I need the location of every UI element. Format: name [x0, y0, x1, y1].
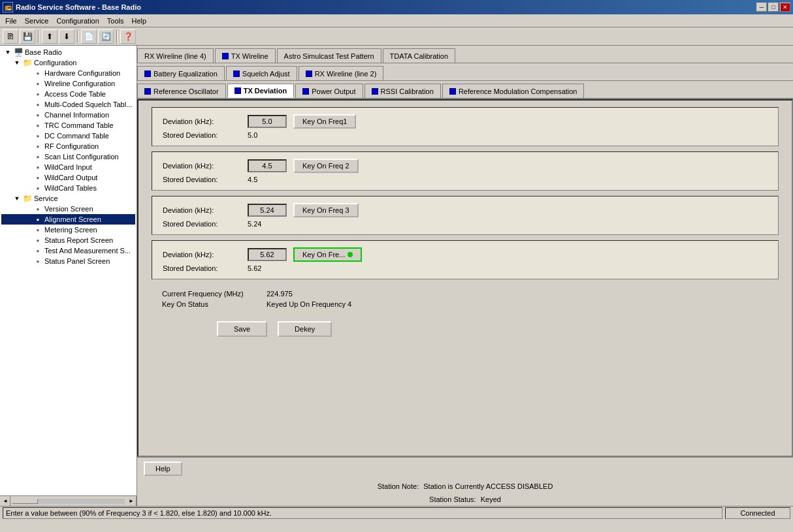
- deviation-row-3: Deviation (kHz): Key On Freq 3: [163, 203, 768, 217]
- toolbar-up[interactable]: ⬆: [42, 29, 57, 44]
- sidebar-item-wildcard-input[interactable]: ● WildCard Input: [1, 162, 135, 172]
- help-button[interactable]: Help: [144, 462, 182, 476]
- close-button[interactable]: ✕: [780, 3, 790, 12]
- key-on-freq1-button[interactable]: Key On Freq1: [293, 114, 356, 129]
- maximize-button[interactable]: □: [768, 3, 779, 12]
- sidebar-label: DC Command Table: [44, 132, 109, 140]
- toolbar-down[interactable]: ⬇: [59, 29, 74, 44]
- tab-tdata-calibration[interactable]: TDATA Calibration: [383, 48, 455, 63]
- tab-label: RX Wireline (line 2): [315, 70, 377, 78]
- help-area: Help: [137, 457, 793, 480]
- sidebar-item-test-measurement[interactable]: ● Test And Measurement S...: [1, 245, 135, 256]
- toolbar-refresh[interactable]: 🔄: [98, 29, 114, 44]
- menu-configuration[interactable]: Configuration: [52, 16, 103, 26]
- expand-icon: ▼: [12, 193, 22, 204]
- minimize-button[interactable]: ─: [756, 3, 767, 12]
- tab-rx-wireline-4[interactable]: RX Wireline (line 4): [137, 48, 214, 63]
- sidebar-label: WildCard Tables: [44, 184, 97, 192]
- toolbar-save[interactable]: 💾: [20, 29, 35, 44]
- sidebar-item-configuration[interactable]: ▼ 📁 Configuration: [1, 57, 135, 68]
- spacer: [22, 78, 33, 89]
- deviation-block-freq2: Deviation (kHz): Key On Freq 2 Stored De…: [152, 151, 779, 191]
- sidebar-item-dc-command[interactable]: ● DC Command Table: [1, 131, 135, 141]
- sidebar-label: Configuration: [34, 59, 76, 67]
- tab-battery-equalization[interactable]: Battery Equalization: [137, 66, 225, 80]
- deviation-input-4[interactable]: [248, 248, 287, 261]
- sidebar-item-base-radio[interactable]: ▼ 🖥️ Base Radio: [1, 47, 135, 57]
- toolbar-help[interactable]: ❓: [120, 29, 136, 44]
- tab-label: TX Deviation: [244, 87, 287, 95]
- scroll-right-arrow[interactable]: ►: [126, 496, 137, 507]
- stored-label-3: Stored Deviation:: [163, 220, 248, 228]
- menu-file[interactable]: File: [1, 16, 21, 26]
- deviation-input-1[interactable]: [248, 115, 287, 128]
- deviation-label-2: Deviation (kHz):: [163, 162, 248, 170]
- leaf-icon: ●: [33, 256, 43, 266]
- menu-help[interactable]: Help: [128, 16, 151, 26]
- sidebar-item-scan-list[interactable]: ● Scan List Configuration: [1, 151, 135, 162]
- dekey-button[interactable]: Dekey: [278, 321, 332, 337]
- tab-rx-wireline-2[interactable]: RX Wireline (line 2): [299, 66, 384, 80]
- spacer: [22, 68, 33, 78]
- sidebar-item-status-panel[interactable]: ● Status Panel Screen: [1, 256, 135, 266]
- stored-row-4: Stored Deviation: 5.62: [163, 264, 768, 272]
- tab-indicator: [233, 70, 240, 77]
- tab-indicator: [222, 53, 229, 59]
- leaf-icon: ●: [33, 204, 43, 214]
- scroll-left-arrow[interactable]: ◄: [0, 496, 10, 507]
- sidebar-item-trc-command[interactable]: ● TRC Command Table: [1, 120, 135, 131]
- leaf-icon: ●: [33, 120, 43, 131]
- menu-tools[interactable]: Tools: [103, 16, 128, 26]
- sidebar-item-access-code[interactable]: ● Access Code Table: [1, 89, 135, 99]
- tab-indicator: [306, 70, 312, 77]
- tab-tx-wireline[interactable]: TX Wireline: [215, 48, 276, 63]
- deviation-input-2[interactable]: [248, 159, 287, 172]
- sidebar-item-status-report[interactable]: ● Status Report Screen: [1, 235, 135, 245]
- tab-label: RSSI Calibration: [381, 87, 434, 95]
- save-button[interactable]: Save: [217, 321, 267, 337]
- key-on-freq2-button[interactable]: Key On Freq 2: [293, 159, 359, 173]
- sidebar-item-wireline-config[interactable]: ● Wireline Configuration: [1, 78, 135, 89]
- title-bar-buttons: ─ □ ✕: [756, 3, 790, 12]
- key-status-label: Key On Status: [162, 300, 267, 308]
- scroll-thumb[interactable]: [12, 499, 38, 504]
- key-on-freq3-button[interactable]: Key On Freq 3: [293, 203, 359, 217]
- station-note-value: Station is Currently ACCESS DISABLED: [423, 482, 553, 490]
- sidebar-item-channel-info[interactable]: ● Channel Information: [1, 110, 135, 120]
- sidebar: ▼ 🖥️ Base Radio ▼ 📁 Configuration ● Hard…: [0, 46, 137, 506]
- leaf-icon: ●: [33, 214, 43, 225]
- tab-tx-deviation[interactable]: TX Deviation: [227, 84, 295, 98]
- tab-reference-oscillator[interactable]: Reference Oscillator: [137, 84, 226, 98]
- scroll-track[interactable]: [12, 499, 125, 504]
- tab-label: Battery Equalization: [154, 70, 218, 78]
- sidebar-item-service[interactable]: ▼ 📁 Service: [1, 193, 135, 204]
- sidebar-item-multi-coded[interactable]: ● Multi-Coded Squelch Tabl...: [1, 99, 135, 110]
- sidebar-item-rf-config[interactable]: ● RF Configuration: [1, 141, 135, 151]
- stored-row-3: Stored Deviation: 5.24: [163, 220, 768, 228]
- sidebar-item-metering-screen[interactable]: ● Metering Screen: [1, 225, 135, 235]
- sidebar-label: RF Configuration: [44, 142, 99, 150]
- tab-power-output[interactable]: Power Output: [295, 84, 363, 98]
- menu-service[interactable]: Service: [21, 16, 53, 26]
- leaf-icon: ●: [33, 141, 43, 151]
- current-freq-value: 224.975: [267, 290, 293, 298]
- tab-reference-modulation[interactable]: Reference Modulation Compensation: [442, 84, 585, 98]
- tab-rssi-calibration[interactable]: RSSI Calibration: [364, 84, 441, 98]
- key-on-freq4-button[interactable]: Key On Fre...: [293, 247, 362, 262]
- title-bar-text: Radio Service Software - Base Radio: [16, 3, 756, 11]
- sidebar-item-wildcard-tables[interactable]: ● WildCard Tables: [1, 183, 135, 193]
- tab-label: Power Output: [312, 87, 355, 95]
- leaf-icon: ●: [33, 131, 43, 141]
- sidebar-label: Status Report Screen: [44, 236, 113, 244]
- tab-squelch-adjust[interactable]: Squelch Adjust: [226, 66, 297, 80]
- sidebar-item-version-screen[interactable]: ● Version Screen: [1, 204, 135, 214]
- sidebar-item-hardware-config[interactable]: ● Hardware Configuration: [1, 68, 135, 78]
- leaf-icon: ●: [33, 162, 43, 172]
- sidebar-item-wildcard-output[interactable]: ● WildCard Output: [1, 172, 135, 183]
- deviation-input-3[interactable]: [248, 204, 287, 217]
- toolbar-copy[interactable]: 📄: [81, 29, 97, 44]
- tab-astro-simulcast[interactable]: Astro Simulcast Test Pattern: [277, 48, 381, 63]
- leaf-icon: ●: [33, 68, 43, 78]
- sidebar-item-alignment-screen[interactable]: ● Alignment Screen: [1, 214, 135, 225]
- toolbar-new[interactable]: 🖹: [3, 29, 18, 44]
